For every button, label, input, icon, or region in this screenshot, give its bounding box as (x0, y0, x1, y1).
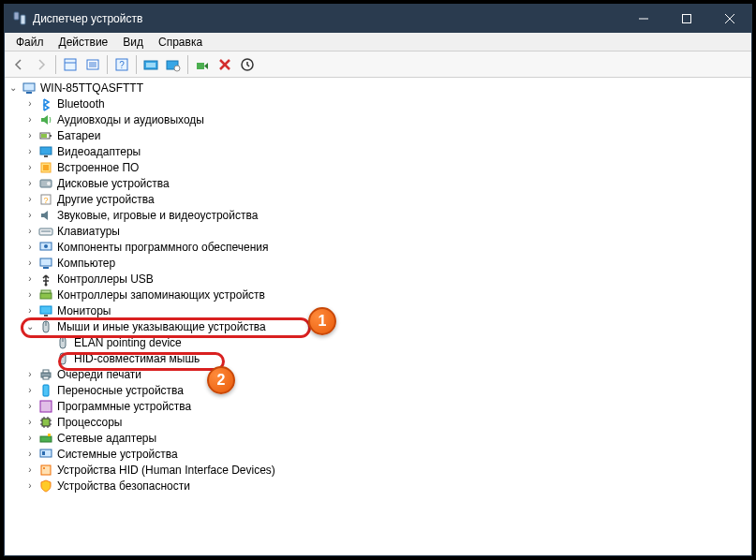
minimize-button[interactable] (622, 5, 665, 33)
expander-icon[interactable]: › (23, 464, 37, 475)
menu-help[interactable]: Справка (151, 34, 210, 51)
toolbar-help-button[interactable]: ? (111, 54, 132, 75)
tree-item-label: Батареи (57, 129, 100, 142)
svg-rect-3 (683, 15, 691, 23)
window-title: Диспетчер устройств (33, 12, 622, 25)
toolbar-uninstall-button[interactable] (215, 54, 235, 75)
toolbar-properties-button[interactable] (60, 54, 81, 75)
portable-icon (38, 383, 53, 398)
tree-item-label: Компьютер (57, 257, 115, 270)
expander-icon[interactable]: ⌄ (23, 321, 37, 332)
tree-item-label: Встроенное ПО (57, 161, 139, 174)
tree-item-cat-19[interactable]: ›Сетевые адаптеры (5, 430, 751, 446)
tree-item-cat-6[interactable]: ›?Другие устройства (5, 191, 751, 207)
tree-item-root[interactable]: ⌄WIN-85TTQASFTTT (5, 80, 751, 96)
maximize-button[interactable] (665, 5, 708, 33)
expander-icon[interactable]: › (23, 162, 37, 172)
tree-item-cat-8[interactable]: ›Клавиатуры (5, 223, 751, 239)
tree-item-cat-7[interactable]: ›Звуковые, игровые и видеоустройства (5, 207, 751, 223)
tree-item-label: Аудиовходы и аудиовыходы (57, 113, 204, 126)
tree-item-cat-13[interactable]: ›Мониторы (5, 302, 751, 318)
tree-item-label: Программные устройства (57, 400, 191, 413)
svg-text:?: ? (43, 196, 48, 205)
bluetooth-icon (38, 96, 53, 111)
tree-item-cat-11[interactable]: ›Контроллеры USB (5, 271, 751, 287)
titlebar[interactable]: Диспетчер устройств (5, 5, 751, 33)
expander-icon[interactable]: › (23, 194, 37, 204)
tree-item-cat-15[interactable]: ›Очереди печати (5, 366, 751, 382)
toolbar-scan-button[interactable] (141, 54, 161, 75)
expander-icon[interactable]: › (23, 369, 37, 379)
tree-item-cat-16[interactable]: ›Переносные устройства (5, 382, 751, 398)
close-button[interactable] (708, 5, 751, 33)
toolbar-add-hardware-button[interactable] (163, 54, 184, 75)
tree-item-cat-21[interactable]: ›Устройства HID (Human Interface Devices… (5, 462, 751, 478)
firmware-icon (38, 160, 53, 175)
tree-item-label: Очереди печати (57, 368, 141, 381)
toolbar-enable-button[interactable] (192, 54, 213, 75)
toolbar-back-button[interactable] (8, 54, 29, 75)
expander-icon[interactable]: › (23, 289, 37, 300)
mouse-icon (55, 335, 70, 350)
tree-item-cat-2[interactable]: ›Батареи (5, 127, 751, 143)
tree-item-label: Переносные устройства (57, 384, 184, 397)
security-icon (38, 479, 53, 494)
expander-icon[interactable]: › (23, 449, 37, 459)
svg-rect-15 (146, 63, 156, 67)
svg-rect-67 (48, 434, 51, 436)
menu-action[interactable]: Действие (52, 34, 116, 51)
expander-icon[interactable]: › (23, 210, 37, 220)
expander-icon[interactable]: › (23, 114, 37, 125)
expander-icon[interactable]: › (23, 258, 37, 268)
battery-icon (38, 128, 53, 143)
tree-item-label: Дисковые устройства (57, 177, 170, 190)
tree-item-cat-12[interactable]: ›Контроллеры запоминающих устройств (5, 287, 751, 302)
expander-icon[interactable]: › (23, 146, 37, 156)
tree-item-cat-10[interactable]: ›Компьютер (5, 255, 751, 271)
svg-point-32 (47, 182, 51, 185)
tree-item-label: Устройства безопасности (57, 479, 190, 493)
expander-icon[interactable]: › (23, 130, 37, 140)
tree-item-cat-0[interactable]: ›Bluetooth (5, 96, 751, 111)
expander-icon[interactable]: › (23, 226, 37, 236)
tree-item-cat-5[interactable]: ›Дисковые устройства (5, 175, 751, 191)
menu-view[interactable]: Вид (115, 34, 151, 51)
svg-rect-39 (40, 258, 52, 266)
expander-icon[interactable]: › (23, 242, 37, 252)
tree-item-cat-1[interactable]: ›Аудиовходы и аудиовыходы (5, 111, 751, 127)
monitor-icon (38, 303, 53, 318)
tree-item-cat-17[interactable]: ›Программные устройства (5, 398, 751, 414)
svg-rect-54 (43, 376, 49, 379)
svg-rect-70 (41, 465, 51, 475)
expander-icon[interactable]: › (23, 401, 37, 411)
tree-item-dev-14-0[interactable]: ELAN pointing device (5, 334, 751, 350)
tree-item-cat-14[interactable]: ⌄Мыши и иные указывающие устройства (5, 318, 751, 334)
expander-icon[interactable]: ⌄ (7, 82, 20, 93)
computer-icon (38, 256, 53, 271)
expander-icon[interactable]: › (23, 305, 37, 316)
tree-item-label: HID-совместимая мышь (74, 352, 200, 365)
tree-item-cat-9[interactable]: ›Компоненты программного обеспечения (5, 239, 751, 255)
tree-item-dev-14-1[interactable]: HID-совместимая мышь (5, 350, 751, 366)
tree-item-cat-22[interactable]: ›Устройства безопасности (5, 478, 751, 494)
expander-icon[interactable]: › (23, 98, 37, 109)
toolbar-details-button[interactable] (82, 54, 103, 75)
expander-icon[interactable]: › (23, 385, 37, 395)
svg-rect-23 (26, 92, 32, 94)
display-icon (38, 144, 53, 159)
expander-icon[interactable]: › (23, 273, 37, 284)
tree-item-cat-4[interactable]: ›Встроенное ПО (5, 159, 751, 175)
tree-item-cat-20[interactable]: ›Системные устройства (5, 446, 751, 462)
tree-item-cat-18[interactable]: ›Процессоры (5, 414, 751, 430)
menu-file[interactable]: Файл (8, 34, 52, 51)
toolbar-forward-button[interactable] (31, 54, 52, 75)
expander-icon[interactable]: › (23, 178, 37, 188)
svg-rect-40 (43, 267, 49, 269)
expander-icon[interactable]: › (23, 433, 37, 443)
expander-icon[interactable]: › (23, 480, 37, 491)
tree-item-label: Мониторы (57, 304, 111, 317)
tree-item-cat-3[interactable]: ›Видеоадаптеры (5, 143, 751, 159)
device-tree-content[interactable]: ⌄WIN-85TTQASFTTT›Bluetooth›Аудиовходы и … (5, 78, 751, 555)
toolbar-scan-changes-button[interactable] (237, 54, 258, 75)
expander-icon[interactable]: › (23, 417, 37, 427)
